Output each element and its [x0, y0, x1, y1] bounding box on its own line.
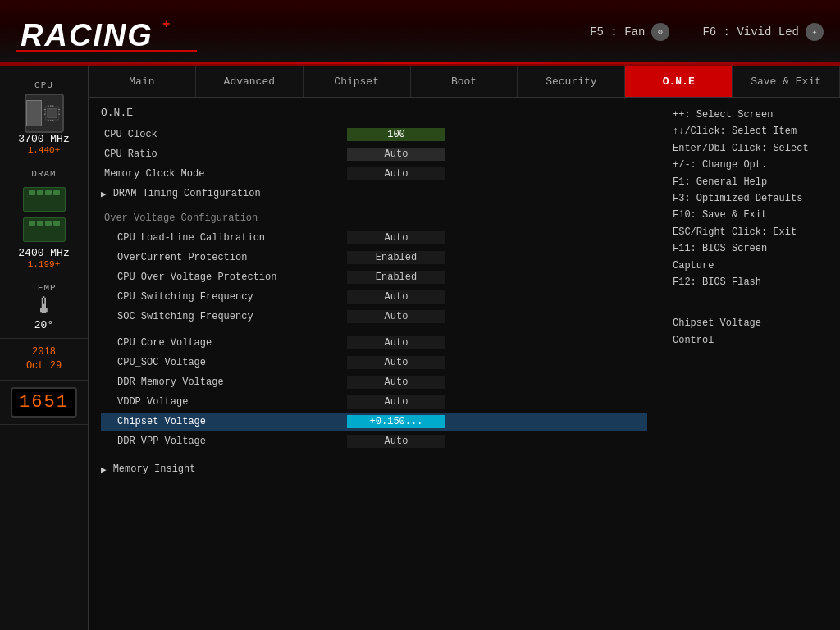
dram-timing-arrow: ▶	[101, 189, 107, 199]
help-line-8: ESC/Right Click: Exit	[673, 224, 828, 240]
clock-section: 1651	[0, 381, 88, 425]
svg-rect-14	[52, 105, 53, 107]
time-display: 1651	[11, 387, 77, 418]
ddr-mem-volt-row[interactable]: DDR Memory Voltage Auto	[101, 373, 647, 391]
dram-section: DRAM 2400 MHz 1.199+	[0, 162, 88, 276]
vddp-volt-value[interactable]: Auto	[347, 395, 445, 409]
temp-label: TEMP	[31, 283, 56, 293]
date-year: 2018	[26, 345, 62, 359]
ddr-vpp-volt-label: DDR VPP Voltage	[101, 436, 347, 447]
cpu-soc-volt-row[interactable]: CPU_SOC Voltage Auto	[101, 354, 647, 372]
chipset-voltage-desc: Control	[673, 332, 828, 349]
cpu-sw-freq-row[interactable]: CPU Switching Frequency Auto	[101, 288, 647, 306]
date-month-day: Oct 29	[26, 359, 62, 373]
tab-security[interactable]: Security	[518, 66, 625, 97]
tab-chipset[interactable]: Chipset	[304, 66, 411, 97]
memory-insight-row[interactable]: ▶ Memory Insight	[101, 460, 647, 478]
settings-panel: O.N.E CPU Clock 100 CPU Ratio Auto Memor…	[89, 98, 660, 630]
chipset-voltage-description: Chipset Voltage Control	[673, 315, 828, 349]
soc-sw-freq-row[interactable]: SOC Switching Frequency Auto	[101, 308, 647, 326]
cpu-freq: 3700 MHz	[18, 133, 69, 145]
dram-icon-2	[23, 217, 66, 242]
cpu-volt: 1.440+	[28, 145, 61, 155]
tab-advanced[interactable]: Advanced	[196, 66, 304, 97]
ddr-vpp-volt-value[interactable]: Auto	[347, 435, 445, 448]
memory-insight-arrow: ▶	[101, 464, 107, 475]
over-voltage-header-row: Over Voltage Configuration	[101, 209, 647, 227]
memory-clock-mode-label: Memory Clock Mode	[101, 168, 347, 180]
cpu-section: CPU 3700 MHz 1.440+	[0, 74, 88, 162]
tab-one[interactable]: O.N.E	[625, 66, 733, 97]
overcurrent-value[interactable]: Enabled	[347, 251, 445, 264]
cpu-sw-freq-value[interactable]: Auto	[347, 290, 445, 304]
cpu-soc-volt-label: CPU_SOC Voltage	[101, 357, 347, 368]
svg-rect-6	[43, 109, 45, 110]
memory-clock-mode-value[interactable]: Auto	[347, 167, 445, 180]
cpu-ratio-value[interactable]: Auto	[347, 148, 445, 161]
svg-text:+: +	[162, 16, 170, 30]
f6-vivid-led-button[interactable]: F6 : Vivid Led ✦	[702, 23, 824, 41]
cpu-core-volt-label: CPU Core Voltage	[101, 337, 347, 349]
svg-rect-11	[58, 114, 60, 115]
svg-rect-16	[50, 120, 51, 121]
overcurrent-row[interactable]: OverCurrent Protection Enabled	[101, 249, 647, 267]
cpu-load-line-label: CPU Load-Line Calibration	[101, 232, 347, 244]
chipset-volt-value[interactable]: +0.150...	[347, 415, 445, 428]
ddr-vpp-volt-row[interactable]: DDR VPP Voltage Auto	[101, 432, 647, 450]
f5-label: F5 : Fan	[590, 25, 645, 39]
ddr-mem-volt-label: DDR Memory Voltage	[101, 377, 347, 388]
svg-rect-13	[50, 105, 51, 107]
vddp-volt-row[interactable]: VDDP Voltage Auto	[101, 393, 647, 411]
temp-section: TEMP 🌡 20°	[0, 276, 88, 339]
vddp-volt-label: VDDP Voltage	[101, 396, 347, 408]
help-line-9: F11: BIOS Screen	[673, 240, 828, 257]
overcurrent-label: OverCurrent Protection	[101, 252, 347, 263]
content-area: O.N.E CPU Clock 100 CPU Ratio Auto Memor…	[89, 98, 840, 630]
soc-sw-freq-value[interactable]: Auto	[347, 310, 445, 323]
f6-label: F6 : Vivid Led	[702, 25, 799, 39]
memory-clock-mode-row[interactable]: Memory Clock Mode Auto	[101, 165, 647, 183]
cpu-core-volt-row[interactable]: CPU Core Voltage Auto	[101, 334, 647, 352]
ddr-mem-volt-value[interactable]: Auto	[347, 376, 445, 389]
led-icon: ✦	[806, 23, 824, 41]
cpu-clock-row[interactable]: CPU Clock 100	[101, 126, 647, 144]
cpu-sw-freq-label: CPU Switching Frequency	[101, 291, 347, 303]
dram-timing-label: DRAM Timing Configuration	[110, 188, 356, 199]
help-line-10: Capture	[673, 258, 828, 274]
thermometer-icon: 🌡	[33, 296, 56, 319]
cpu-core-volt-value[interactable]: Auto	[347, 336, 445, 349]
cpu-ovp-row[interactable]: CPU Over Voltage Protection Enabled	[101, 268, 647, 286]
soc-sw-freq-label: SOC Switching Frequency	[101, 311, 347, 322]
help-line-3: Enter/Dbl Click: Select	[673, 140, 828, 157]
f5-fan-button[interactable]: F5 : Fan ⚙	[590, 23, 669, 41]
date-display: 2018 Oct 29	[26, 345, 62, 373]
help-line-11: F12: BIOS Flash	[673, 274, 828, 290]
cpu-load-line-row[interactable]: CPU Load-Line Calibration Auto	[101, 229, 647, 247]
dram-volt: 1.199+	[28, 259, 61, 269]
dram-timing-row[interactable]: ▶ DRAM Timing Configuration	[101, 185, 647, 203]
tab-save-exit[interactable]: Save & Exit	[733, 66, 840, 97]
cpu-ratio-row[interactable]: CPU Ratio Auto	[101, 145, 647, 163]
dram-icon-1	[23, 187, 66, 212]
help-line-4: +/-: Change Opt.	[673, 157, 828, 173]
chipset-volt-label: Chipset Voltage	[101, 416, 347, 427]
cpu-ovp-value[interactable]: Enabled	[347, 271, 445, 284]
cpu-clock-value[interactable]: 100	[347, 128, 445, 141]
fan-icon: ⚙	[651, 23, 669, 41]
temp-value: 20°	[34, 319, 53, 331]
dram-freq: 2400 MHz	[18, 247, 69, 259]
help-line-5: F1: General Help	[673, 174, 828, 190]
date-section: 2018 Oct 29	[0, 339, 88, 381]
cpu-ratio-label: CPU Ratio	[101, 148, 347, 160]
cpu-load-line-value[interactable]: Auto	[347, 231, 445, 244]
help-panel: ++: Select Screen ↑↓/Click: Select Item …	[660, 98, 840, 630]
tab-main[interactable]: Main	[89, 66, 196, 97]
svg-rect-5	[47, 108, 56, 117]
cpu-soc-volt-value[interactable]: Auto	[347, 356, 445, 369]
chipset-volt-row[interactable]: Chipset Voltage +0.150...	[101, 413, 647, 431]
tab-boot[interactable]: Boot	[411, 66, 518, 97]
svg-rect-12	[48, 105, 48, 107]
help-line-7: F10: Save & Exit	[673, 207, 828, 223]
svg-rect-8	[43, 114, 45, 115]
memory-insight-label: Memory Insight	[110, 463, 356, 475]
